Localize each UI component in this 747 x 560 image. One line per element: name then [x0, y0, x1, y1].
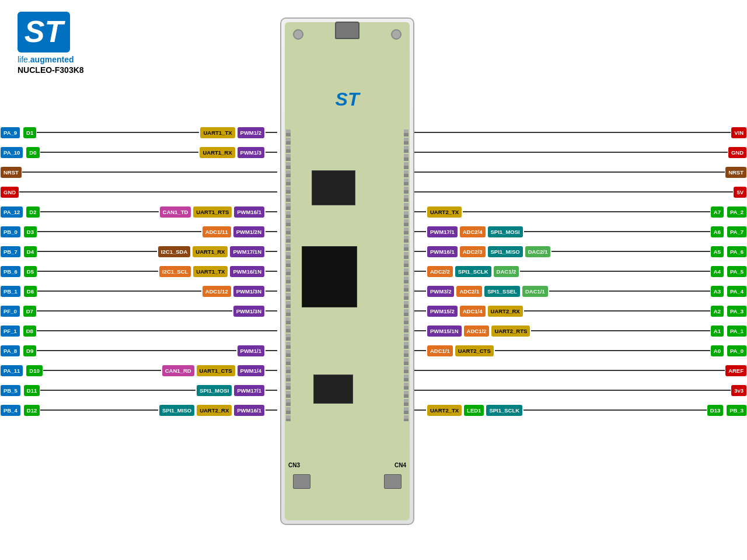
tagline: life.augmented: [18, 55, 84, 64]
badge-pwm16-1n: PWM16/1N: [230, 266, 264, 277]
badge-i2c1-scl: I2C1_SCL: [159, 266, 191, 277]
left-pin-row: PA_11D10CAN1_RDUART1_CTSPWM1/4: [0, 360, 277, 380]
badge-uart1-cts: UART1_CTS: [197, 365, 235, 376]
badge-i2c1-sda: I2C1_SDA: [158, 246, 190, 257]
pin-badge: D13: [707, 405, 723, 416]
badge-pwm15-2: PWM15/2: [427, 306, 458, 317]
right-pin-row: PWM15/1NADC1/2UART2_RTSA1PA_1: [414, 321, 747, 341]
pin-badge: 5V: [734, 187, 746, 198]
pin-badge: D9: [23, 345, 36, 356]
left-pin-row: PA_12D2CAN1_TDUART1_RTSPWM16/1: [0, 202, 277, 222]
pin-badge: PB_3: [727, 405, 746, 416]
svg-text:ST: ST: [25, 15, 66, 48]
pin-badge: D11: [24, 385, 40, 396]
pin-badge: PA_12: [1, 206, 23, 218]
pin-badge: A2: [711, 306, 724, 317]
pin-badge: PF_1: [1, 326, 20, 337]
pin-badge: PA_0: [727, 345, 746, 356]
pin-badge: PA_8: [1, 345, 20, 356]
pin-badge: D5: [24, 266, 37, 277]
pin-badge: D6: [24, 286, 37, 297]
pin-badge: PB_4: [1, 405, 20, 416]
badge-pwm16-1: PWM16/1: [234, 405, 264, 416]
badge-adc1-1: ADC1/1: [427, 345, 453, 356]
badge-uart2-cts: UART2_CTS: [455, 345, 494, 356]
pin-badge: PA_10: [1, 147, 23, 158]
pin-badge: PB_7: [1, 246, 20, 257]
badge-pwm16-1: PWM16/1: [427, 246, 458, 257]
badge-dac1-1: DAC1/1: [522, 286, 548, 297]
badge-spi1-mosi: SPI1_MOSI: [197, 385, 232, 396]
pin-badge: PA_1: [727, 326, 746, 337]
pin-badge: PB_0: [1, 226, 20, 237]
badge-uart1-tx: UART1_TX: [193, 266, 228, 277]
pin-badge: PF_0: [1, 306, 20, 317]
left-pin-row: PB_4D12SPI1_MISOUART2_RXPWM16/1: [0, 400, 277, 420]
badge-spi1-miso: SPI1_MISO: [488, 246, 523, 257]
badge-pwm17-1n: PWM17/1N: [230, 246, 264, 257]
badge-adc2-2: ADC2/2: [427, 266, 453, 277]
pin-badge: D7: [23, 306, 36, 317]
right-pin-row: ADC1/1UART2_CTSA0PA_0: [414, 341, 747, 360]
pin-badge: GND: [728, 147, 746, 158]
right-pin-row: AREF: [414, 360, 747, 380]
badge-led1: LED1: [464, 405, 484, 416]
right-pin-row: 5V: [414, 182, 747, 202]
badge-spi1-mosi: SPI1_MOSI: [488, 226, 523, 237]
badge-spi1-miso: SPI1_MISO: [159, 405, 194, 416]
left-pin-row: PF_1D8: [0, 321, 277, 341]
left-pin-row: PA_10D0UART1_RXPWM1/3: [0, 142, 277, 162]
badge-adc1-11: ADC1/11: [203, 226, 231, 237]
pin-badge: AREF: [725, 365, 746, 376]
badge-uart2-rx: UART2_RX: [488, 306, 523, 317]
badge-dac2-1: DAC2/1: [525, 246, 551, 257]
right-pin-row: VIN: [414, 123, 747, 142]
left-pin-row: PB_1D6ADC1/12PWM1/3N: [0, 281, 277, 301]
badge-pwm17-1: PWM17/1: [427, 226, 458, 237]
badge-pwm1-3: PWM1/3: [238, 147, 264, 158]
pin-badge: NRST: [1, 167, 22, 178]
pin-badge: PB_5: [1, 385, 20, 396]
right-pin-row: PWM15/2ADC1/4UART2_RXA2PA_3: [414, 301, 747, 321]
pin-badge: D3: [24, 226, 37, 237]
right-pin-row: 3v3: [414, 380, 747, 400]
badge-uart2-rx: UART2_RX: [197, 405, 232, 416]
badge-adc1-4: ADC1/4: [460, 306, 486, 317]
badge-uart2-tx: UART2_TX: [427, 405, 462, 416]
pin-badge: A7: [711, 206, 724, 218]
pin-badge: PA_7: [727, 226, 746, 237]
badge-can1-td: CAN1_TD: [160, 206, 191, 218]
left-pin-row: GND: [0, 182, 277, 202]
badge-adc2-1: ADC2/1: [456, 286, 482, 297]
left-pin-row: NRST: [0, 162, 277, 182]
pin-badge: A1: [711, 326, 724, 337]
right-pin-row: PWM17/1ADC2/4SPI1_MOSIA6PA_7: [414, 222, 747, 242]
right-pin-row: PWM16/1ADC2/3SPI1_MISODAC2/1A5PA_6: [414, 242, 747, 261]
pin-badge: D2: [26, 206, 39, 218]
pin-badge: D12: [24, 405, 40, 416]
left-pin-row: PA_9D1UART1_TXPWM1/2: [0, 123, 277, 142]
logo-area: ST life.augmented NUCLEO-F303K8: [18, 12, 84, 75]
pin-badge: GND: [1, 187, 19, 198]
st-logo-icon: ST: [18, 12, 70, 52]
pin-badge: D8: [23, 326, 36, 337]
left-pin-row: PF_0D7PWM1/3N: [0, 301, 277, 321]
pin-badge: PA_5: [727, 266, 746, 277]
badge-uart1-tx: UART1_TX: [200, 127, 235, 138]
badge-pwm1-4: PWM1/4: [238, 365, 264, 376]
pin-badge: A0: [711, 345, 724, 356]
badge-pwm1-2: PWM1/2: [238, 127, 264, 138]
badge-pwm1-3n: PWM1/3N: [233, 306, 264, 317]
pin-badge: PB_1: [1, 286, 20, 297]
right-pin-row: ADC2/2SPI1_SCLKDAC1/2A4PA_5: [414, 261, 747, 281]
pin-badge: NRST: [725, 167, 746, 178]
board-name: NUCLEO-F303K8: [18, 65, 84, 75]
pin-badge: D1: [23, 127, 36, 138]
left-pin-row: PB_5D11SPI1_MOSIPWM17/1: [0, 380, 277, 400]
badge-pwm3-2: PWM3/2: [427, 286, 454, 297]
pin-badge: PA_11: [1, 365, 23, 376]
pin-badge: PA_9: [1, 127, 20, 138]
badge-uart1-rx: UART1_RX: [193, 246, 228, 257]
left-pin-row: PB_6D5I2C1_SCLUART1_TXPWM16/1N: [0, 261, 277, 281]
badge-uart1-rx: UART1_RX: [200, 147, 235, 158]
